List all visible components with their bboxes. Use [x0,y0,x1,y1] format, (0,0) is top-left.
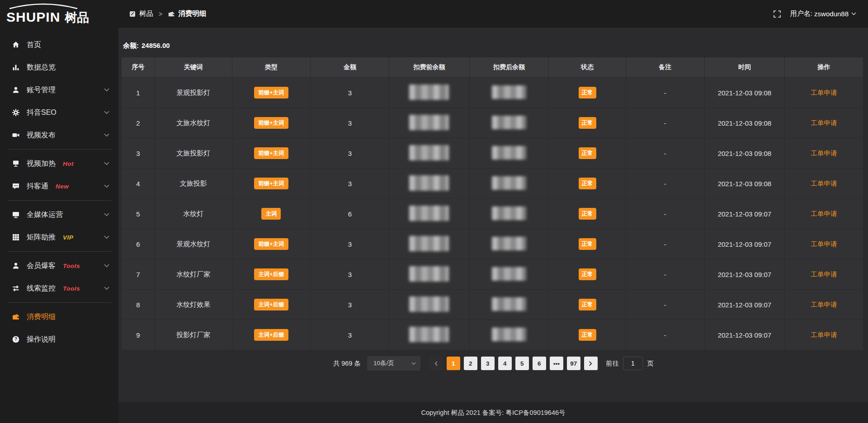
type-badge: 主词+后缀 [254,329,288,341]
breadcrumb-separator: > [159,10,162,18]
redacted-value [492,176,526,190]
cell-amount: 3 [311,259,389,290]
redacted-value [409,175,449,191]
redacted-value [492,267,526,281]
page-button-5[interactable]: 5 [515,357,529,370]
prev-page-button[interactable] [429,357,443,370]
page-button-2[interactable]: 2 [464,357,477,370]
breadcrumb-current: 消费明细 [178,9,206,19]
sidebar-item-数据总览[interactable]: 数据总览 [0,56,118,79]
cell-amount: 3 [311,78,389,108]
table-row: 3 文旅投影灯 前缀+主词 3 正常 - 2021-12-03 09:08 工单… [122,138,863,169]
sidebar-item-视频发布[interactable]: 视频发布 [0,124,118,146]
next-page-button[interactable] [584,357,598,370]
gear-icon [12,108,20,117]
goto-page-input[interactable] [623,357,643,370]
status-badge: 正常 [579,117,596,129]
cell-balance-after [469,138,549,169]
monitor-icon [12,211,20,219]
app-logo[interactable]: SHUPIN 树品 [0,0,118,29]
cell-status: 正常 [549,138,626,169]
balance-value: 24856.00 [142,42,170,49]
user-menu[interactable]: 用户名: zswodun88 [790,9,856,18]
screen-icon [12,160,20,168]
sidebar-item-全媒体运营[interactable]: 全媒体运营 [0,203,118,226]
cell-status: 正常 [549,259,626,290]
type-badge: 主词+后缀 [254,299,288,311]
chevron-down-icon [104,264,109,268]
home-icon [12,41,20,49]
cell-action: 工单申请 [784,138,863,169]
table-row: 9 投影灯厂家 主词+后缀 3 正常 - 2021-12-03 09:07 工单… [122,320,863,350]
work-order-link[interactable]: 工单申请 [811,210,837,217]
logo-text-en: SHUPIN [6,9,60,25]
chat-bubble-icon [12,182,20,190]
consumption-table: 序号关键词类型金额扣费前余额扣费后余额状态备注时间操作 1 景观投影灯 前缀+主… [121,57,863,350]
cell-remark: - [626,320,704,350]
page-buttons: 123456•••97 [445,357,582,370]
cell-remark: - [626,108,704,138]
column-header-序号: 序号 [122,57,155,78]
cell-amount: 3 [311,229,389,259]
balance: 余额:24856.00 [118,28,868,50]
work-order-link[interactable]: 工单申请 [811,301,837,308]
sidebar-item-tag: Hot [63,160,74,167]
work-order-link[interactable]: 工单申请 [811,89,837,96]
more-pages-button[interactable]: ••• [550,357,563,370]
cell-balance-after [469,259,549,290]
cell-keyword: 文旅投影 [155,169,232,199]
redacted-value [492,116,526,129]
breadcrumb: 树品 > 消费明细 [129,9,206,19]
redacted-value [492,328,526,341]
fullscreen-icon[interactable] [773,10,781,18]
goto-label: 前往 [606,359,619,368]
page-size-select[interactable]: 10条/页 [367,356,420,371]
work-order-link[interactable]: 工单申请 [811,331,837,338]
cell-balance-before [389,290,469,320]
page-button-97[interactable]: 97 [567,357,580,370]
table-row: 6 景观水纹灯 前缀+主词 3 正常 - 2021-12-03 09:07 工单… [122,229,863,259]
work-order-link[interactable]: 工单申请 [811,119,837,127]
sidebar-item-矩阵助推[interactable]: 矩阵助推 VIP [0,226,118,249]
sidebar-item-抖音SEO[interactable]: 抖音SEO [0,101,118,124]
cell-balance-after [469,320,549,350]
cell-no: 6 [122,229,155,259]
redacted-value [409,296,449,312]
page-button-1[interactable]: 1 [447,357,460,370]
table-row: 5 水纹灯 主词 6 正常 - 2021-12-03 09:07 工单申请 [122,199,863,229]
status-badge: 正常 [579,238,596,250]
page-size-value: 10条/页 [373,359,394,367]
work-order-link[interactable]: 工单申请 [811,240,837,248]
sidebar-item-视频加热[interactable]: 视频加热 Hot [0,152,118,175]
column-header-时间: 时间 [704,57,784,78]
work-order-link[interactable]: 工单申请 [811,150,837,157]
cell-status: 正常 [549,169,626,199]
sidebar-item-首页[interactable]: 首页 [0,33,118,56]
work-order-link[interactable]: 工单申请 [811,180,837,187]
page-button-3[interactable]: 3 [481,357,495,370]
page-button-6[interactable]: 6 [533,357,546,370]
sidebar-item-会员爆客[interactable]: 会员爆客 Tools [0,254,118,277]
cell-time: 2021-12-03 09:07 [704,290,784,320]
svg-text:?: ? [14,337,17,342]
sidebar-item-操作说明[interactable]: ? 操作说明 [0,328,118,351]
sidebar-item-抖客通[interactable]: 抖客通 New [0,175,118,197]
page-button-4[interactable]: 4 [498,357,512,370]
footer: Copyright 树品 2021 备案号: 粤ICP备09019646号 [118,402,868,423]
cell-keyword: 文旅水纹灯 [155,108,232,138]
column-header-扣费前余额: 扣费前余额 [389,57,469,78]
sidebar-item-tag: Tools [63,263,80,269]
cell-action: 工单申请 [784,169,863,199]
sidebar-item-消费明细[interactable]: 消费明细 [0,306,118,328]
sidebar-item-账号管理[interactable]: 账号管理 [0,79,118,101]
status-badge: 正常 [579,147,596,160]
work-order-link[interactable]: 工单申请 [811,271,837,278]
sidebar-item-线索监控[interactable]: 线索监控 Tools [0,277,118,300]
user-icon [12,86,20,94]
breadcrumb-home[interactable]: 树品 [139,9,153,19]
table-row: 8 水纹灯效果 主词+后缀 3 正常 - 2021-12-03 09:07 工单… [122,290,863,320]
cell-type: 前缀+主词 [232,229,311,259]
question-icon: ? [12,335,20,343]
redacted-value [409,327,449,342]
cell-remark: - [626,169,704,199]
